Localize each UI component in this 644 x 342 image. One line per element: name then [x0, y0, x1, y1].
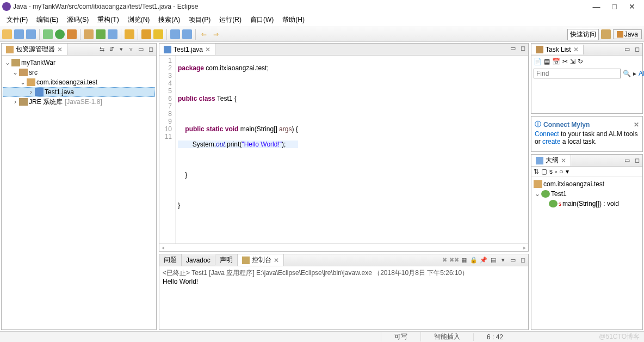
toggle-mark-button[interactable]: [141, 29, 151, 39]
declaration-tab[interactable]: 声明: [215, 254, 238, 266]
edit-button[interactable]: [153, 29, 163, 39]
maximize-view-icon[interactable]: ◻: [146, 45, 155, 54]
maximize-view-icon[interactable]: ◻: [633, 45, 641, 54]
new-class-button[interactable]: [96, 29, 106, 39]
new-task-icon[interactable]: 📄: [534, 58, 542, 65]
menu-search[interactable]: 搜索(A): [155, 14, 183, 26]
close-tab-icon[interactable]: ✕: [205, 46, 210, 53]
maximize-view-icon[interactable]: ◻: [518, 256, 527, 265]
sort-icon[interactable]: ⇅: [534, 168, 539, 175]
save-all-button[interactable]: [26, 29, 36, 39]
java-perspective-button[interactable]: Java: [613, 29, 642, 39]
close-tab-icon[interactable]: ✕: [561, 157, 566, 164]
open-type-button[interactable]: [108, 29, 117, 39]
collapse-icon[interactable]: ⇲: [570, 58, 575, 65]
menu-source[interactable]: 源码(S): [64, 14, 92, 26]
save-button[interactable]: [14, 29, 24, 39]
close-tab-icon[interactable]: ✕: [573, 46, 579, 53]
minimize-view-icon[interactable]: ▭: [623, 45, 631, 54]
code-editor[interactable]: 1234567891011 package com.itxiaoangzai.t…: [159, 56, 528, 243]
menu-help[interactable]: 帮助(H): [279, 14, 308, 26]
problems-tab[interactable]: 问题: [159, 254, 182, 266]
display-console-icon[interactable]: ▤: [489, 256, 498, 265]
prev-annotation-button[interactable]: [182, 29, 192, 39]
close-hint-icon[interactable]: ✕: [634, 121, 639, 129]
task-list-tab[interactable]: Task List ✕: [531, 45, 584, 54]
categorize-icon[interactable]: ▤: [544, 58, 550, 65]
editor-hscroll[interactable]: ◂▸: [159, 243, 528, 251]
expand-arrow-icon[interactable]: ›: [11, 98, 19, 106]
menu-edit[interactable]: 编辑(E): [33, 14, 61, 26]
schedule-icon[interactable]: 📅: [552, 58, 560, 65]
minimize-view-icon[interactable]: ▭: [509, 256, 517, 265]
close-tab-icon[interactable]: ✕: [274, 256, 279, 264]
all-filter-link[interactable]: All: [639, 70, 644, 77]
expand-arrow-icon[interactable]: ⌄: [11, 69, 19, 76]
search-button[interactable]: [125, 29, 134, 39]
clear-console-icon[interactable]: ▦: [460, 256, 468, 265]
quick-access-input[interactable]: 快速访问: [567, 29, 599, 40]
editor-tab-test1[interactable]: Test1.java ✕: [159, 44, 215, 55]
menu-refactor[interactable]: 重构(T): [94, 14, 122, 26]
java-file-node[interactable]: › Test1.java: [3, 87, 155, 97]
maximize-button[interactable]: □: [612, 2, 617, 11]
forward-button[interactable]: ⇒: [211, 29, 221, 39]
minimize-button[interactable]: —: [593, 2, 600, 11]
minimize-view-icon[interactable]: ▭: [137, 45, 145, 54]
outline-package-node[interactable]: com.itxiaoangzai.test: [534, 179, 640, 189]
close-button[interactable]: ✕: [629, 2, 635, 11]
console-output[interactable]: <已终止> Test1 [Java 应用程序] E:\java\Eclipse\…: [159, 266, 528, 329]
console-tab[interactable]: 控制台 ✕: [238, 254, 284, 266]
menu-file[interactable]: 文件(F): [3, 14, 31, 26]
src-node[interactable]: ⌄ src: [3, 68, 155, 77]
remove-launch-icon[interactable]: ✖: [440, 256, 449, 265]
menu-window[interactable]: 窗口(W): [247, 14, 277, 26]
new-button[interactable]: [2, 29, 12, 39]
open-console-icon[interactable]: ▾: [499, 256, 507, 265]
outline-tab[interactable]: 大纲 ✕: [531, 155, 571, 166]
menu-project[interactable]: 项目(P): [185, 14, 214, 26]
open-perspective-button[interactable]: [601, 29, 611, 39]
scroll-lock-icon[interactable]: 🔒: [469, 256, 478, 265]
code-area[interactable]: package com.itxiaoangzai.test; public cl…: [176, 56, 300, 243]
menu-run[interactable]: 运行(R): [216, 14, 245, 26]
collapse-all-icon[interactable]: ⇆: [97, 45, 106, 54]
jre-library-node[interactable]: › JRE 系统库 [JavaSE-1.8]: [3, 97, 155, 107]
project-node[interactable]: ⌄ myTankWar: [3, 58, 155, 68]
focus-icon[interactable]: ✂: [562, 58, 568, 65]
close-view-icon[interactable]: ✕: [57, 46, 63, 53]
coverage-button[interactable]: [67, 29, 77, 39]
focus-outline-icon[interactable]: ▾: [566, 168, 569, 175]
hide-local-icon[interactable]: ○: [559, 168, 563, 175]
debug-button[interactable]: [43, 29, 53, 39]
outline-method-node[interactable]: s main(String[]) : void: [534, 199, 640, 209]
focus-task-icon[interactable]: ▾: [117, 45, 126, 54]
sync-icon[interactable]: ↻: [578, 58, 583, 65]
find-task-input[interactable]: [534, 69, 621, 78]
maximize-view-icon[interactable]: ◻: [633, 156, 641, 165]
menu-navigate[interactable]: 浏览(N): [125, 14, 153, 26]
expand-arrow-icon[interactable]: ⌄: [4, 59, 11, 66]
create-link[interactable]: create: [542, 138, 560, 145]
javadoc-tab[interactable]: Javadoc: [182, 255, 215, 265]
package-node[interactable]: ⌄ com.itxiaoangzai.test: [3, 77, 155, 87]
remove-all-icon[interactable]: ✖✖: [450, 256, 459, 265]
maximize-editor-icon[interactable]: ◻: [518, 44, 527, 52]
run-button[interactable]: [55, 29, 65, 39]
minimize-editor-icon[interactable]: ▭: [509, 44, 517, 52]
new-package-button[interactable]: [84, 29, 94, 39]
outline-class-node[interactable]: ⌄ Test1: [534, 189, 640, 199]
hide-static-icon[interactable]: s: [549, 168, 553, 175]
next-annotation-button[interactable]: [170, 29, 180, 39]
package-explorer-tab[interactable]: 包资源管理器 ✕: [2, 44, 67, 55]
minimize-view-icon[interactable]: ▭: [623, 156, 631, 165]
back-button[interactable]: ⇐: [199, 29, 209, 39]
link-editor-icon[interactable]: ⇵: [107, 45, 116, 54]
expand-arrow-icon[interactable]: ⌄: [19, 78, 27, 86]
hide-nonpublic-icon[interactable]: ▫: [555, 168, 557, 175]
pin-console-icon[interactable]: 📌: [479, 256, 488, 265]
expand-arrow-icon[interactable]: ›: [27, 88, 35, 96]
view-menu-icon[interactable]: ▿: [127, 45, 135, 54]
hide-fields-icon[interactable]: ▢: [541, 168, 547, 175]
connect-link[interactable]: Connect: [535, 130, 559, 138]
